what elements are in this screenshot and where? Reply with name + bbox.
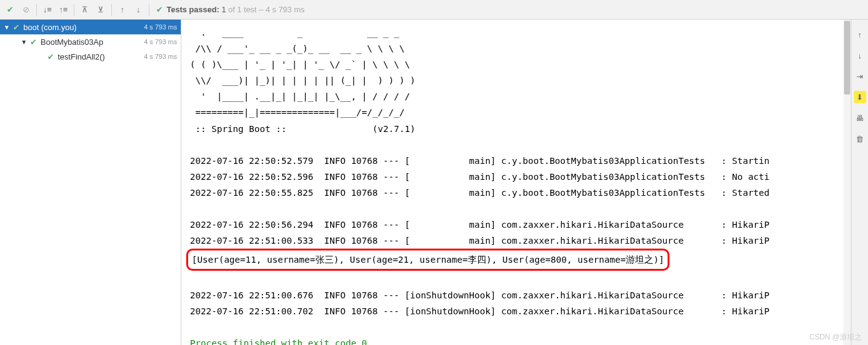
scroll-to-end-button[interactable]: ⬇ — [854, 91, 866, 103]
tree-timing: 4 s 793 ms — [144, 23, 177, 31]
highlighted-output: [User(age=11, username=张三), User(age=21,… — [186, 249, 669, 271]
console-output[interactable]: . ____ _ __ _ _ /\\ / ___'_ __ _ _(_)_ _… — [181, 20, 868, 345]
expand-button[interactable]: ⊼ — [77, 2, 92, 17]
status-of: of 1 test – 4 s 793 ms — [228, 5, 304, 14]
tests-status: ✔ Tests passed: 1 of 1 test – 4 s 793 ms — [156, 5, 305, 14]
tree-node-root[interactable]: ▼ ✔ boot (com.you) 4 s 793 ms — [0, 20, 181, 34]
tree-label: BootMybatis03Ap — [41, 37, 141, 47]
status-label: Tests passed: — [167, 5, 219, 14]
main-split: ▼ ✔ boot (com.you) 4 s 793 ms ▼ ✔ BootMy… — [0, 20, 868, 345]
nav-up-button[interactable]: ↑ — [854, 28, 866, 41]
exit-code-line: Process finished with exit code 0 — [190, 335, 868, 345]
separator — [36, 4, 37, 16]
log-block-a: 2022-07-16 22:50:52.579 INFO 10768 --- [… — [190, 153, 868, 201]
test-toolbar: ✔ ⊘ ↓≡ ↑≡ ⊼ ⊻ ↑ ↓ ✔ Tests passed: 1 of 1… — [0, 0, 868, 20]
check-icon: ✔ — [28, 37, 38, 47]
tree-node-method[interactable]: ✔ testFindAll2() 4 s 793 ms — [0, 49, 181, 64]
print-button[interactable]: 🖶 — [854, 112, 866, 124]
check-icon: ✔ — [156, 5, 163, 14]
next-test-button[interactable]: ↓ — [131, 2, 146, 17]
check-icon: ✔ — [45, 52, 55, 61]
test-tree-panel: ▼ ✔ boot (com.you) 4 s 793 ms ▼ ✔ BootMy… — [0, 20, 181, 345]
vertical-scrollbar[interactable] — [843, 20, 851, 345]
log-block-c: 2022-07-16 22:51:00.676 INFO 10768 --- [… — [190, 287, 868, 319]
tree-timing: 4 s 793 ms — [144, 53, 177, 60]
collapse-button[interactable]: ⊻ — [93, 2, 108, 17]
sort-down-button[interactable]: ↓≡ — [40, 2, 55, 17]
delete-button[interactable]: 🗑 — [854, 133, 866, 145]
separator — [149, 4, 149, 16]
separator — [111, 4, 112, 16]
separator — [74, 4, 74, 16]
log-block-b: 2022-07-16 22:50:56.294 INFO 10768 --- [… — [190, 217, 868, 249]
tree-node-class[interactable]: ▼ ✔ BootMybatis03Ap 4 s 793 ms — [0, 34, 181, 49]
check-icon: ✔ — [11, 23, 21, 32]
toggle-icon[interactable]: ▼ — [2, 24, 11, 31]
spring-banner: . ____ _ __ _ _ /\\ / ___'_ __ _ _(_)_ _… — [190, 25, 868, 137]
toggle-icon[interactable]: ▼ — [20, 39, 28, 45]
tree-timing: 4 s 793 ms — [144, 38, 177, 45]
rerun-passed-button[interactable]: ✔ — [2, 2, 17, 17]
nav-down-button[interactable]: ↓ — [854, 49, 866, 61]
tree-label: boot (com.you) — [23, 23, 141, 32]
soft-wrap-button[interactable]: ⇥ — [854, 70, 866, 82]
status-count: 1 — [221, 5, 226, 14]
stop-button[interactable]: ⊘ — [18, 2, 33, 17]
scrollbar-thumb[interactable] — [844, 21, 850, 95]
prev-test-button[interactable]: ↑ — [115, 2, 130, 17]
sort-up-button[interactable]: ↑≡ — [56, 2, 71, 17]
tree-label: testFindAll2() — [58, 52, 141, 61]
right-gutter: ↑ ↓ ⇥ ⬇ 🖶 🗑 — [851, 20, 868, 345]
